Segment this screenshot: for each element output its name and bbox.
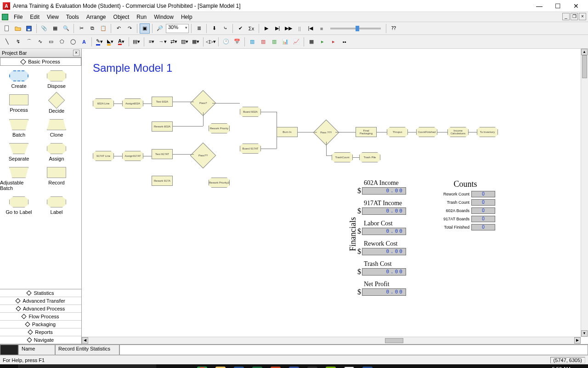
start-button[interactable]: [0, 364, 18, 368]
panel-heading-basic-process[interactable]: Basic Process: [0, 58, 81, 66]
excel-icon[interactable]: X: [248, 364, 266, 368]
connect-button[interactable]: ⤷: [220, 23, 230, 34]
minimize-button[interactable]: —: [530, 0, 548, 12]
block-thruput[interactable]: Thruput: [387, 127, 408, 137]
fill-color-button[interactable]: ◣▾: [105, 37, 115, 47]
animate4-button[interactable]: ▪▪: [339, 37, 350, 47]
block-burn-in[interactable]: Burn In: [277, 127, 298, 137]
chart3-button[interactable]: ▥: [269, 37, 279, 47]
spreadsheet-view[interactable]: Name Record Entity Statistics: [0, 344, 588, 355]
pattern-button[interactable]: ▨▾: [180, 37, 190, 47]
block-board917at[interactable]: Board 917AT: [240, 144, 261, 154]
horizontal-scrollbar[interactable]: ◀ ▶: [82, 337, 581, 344]
section-navigate[interactable]: Navigate: [0, 336, 81, 344]
block-pass2[interactable]: Pass??: [190, 143, 216, 169]
speed-slider[interactable]: [330, 28, 381, 29]
attach-button[interactable]: 📎: [39, 23, 49, 34]
rect-tool[interactable]: ▭: [46, 37, 56, 47]
task-view-icon[interactable]: ⊞: [175, 364, 193, 368]
menu-file[interactable]: File: [10, 13, 26, 21]
explorer-icon[interactable]: 📁: [211, 364, 230, 368]
hatch-button[interactable]: ▦▾: [191, 37, 201, 47]
block-test917at[interactable]: Test 917AT: [152, 149, 173, 159]
start-over-button[interactable]: |◀: [305, 23, 316, 34]
col-name[interactable]: Name: [18, 345, 55, 355]
context-help-button[interactable]: ⁇: [389, 23, 399, 34]
bezier-tool[interactable]: ∿: [35, 37, 45, 47]
chrome-icon[interactable]: [193, 364, 211, 368]
polygon-tool[interactable]: ⬠: [57, 37, 67, 47]
section-advanced-process[interactable]: Advanced Process: [0, 305, 81, 313]
block-final-packaging[interactable]: Final Packaging: [356, 127, 377, 137]
module-label[interactable]: Label: [38, 196, 75, 215]
scroll-down-arrow[interactable]: ▼: [581, 330, 588, 337]
zoom-tool-button[interactable]: 🔎: [155, 23, 165, 34]
view-toggle-button[interactable]: ▣: [140, 23, 150, 34]
redo-button[interactable]: ↷: [124, 23, 135, 34]
chart4-button[interactable]: 📊: [280, 37, 290, 47]
block-countfinished[interactable]: CountFinished: [416, 127, 437, 137]
app-icon-1[interactable]: ⚙: [303, 364, 322, 368]
print-preview-button[interactable]: 🔍: [61, 23, 71, 34]
copy-button[interactable]: ⧉: [87, 23, 97, 34]
layers-button[interactable]: ≣: [194, 23, 204, 34]
block-rework917a[interactable]: Rework 917A: [152, 176, 173, 186]
module-process[interactable]: Process: [0, 94, 38, 114]
menu-edit[interactable]: Edit: [26, 13, 43, 21]
calendar-icon[interactable]: 📅: [232, 37, 242, 47]
project-bar-close[interactable]: ×: [73, 50, 79, 56]
module-adjustable-batch[interactable]: Adjustable Batch: [0, 167, 38, 191]
menu-window[interactable]: Window: [150, 13, 177, 21]
block-rework-priority[interactable]: Rework Priority: [209, 123, 230, 133]
polyline-tool[interactable]: ↯: [13, 37, 23, 47]
section-advanced-transfer[interactable]: Advanced Transfer: [0, 297, 81, 305]
block-board602a[interactable]: Board 602A: [240, 107, 261, 117]
text-color-button[interactable]: A▾: [116, 37, 126, 47]
section-flow-process[interactable]: Flow Process: [0, 313, 81, 321]
module-assign[interactable]: Assign: [38, 143, 75, 161]
app-icon-2[interactable]: ▮: [322, 364, 340, 368]
block-917at-line[interactable]: 917AT Line: [93, 151, 114, 161]
template-button[interactable]: ▦: [50, 23, 60, 34]
section-statistics[interactable]: Statistics: [0, 289, 81, 297]
section-reports[interactable]: Reports: [0, 328, 81, 336]
spreadsheet-corner[interactable]: [0, 345, 18, 355]
line-tool[interactable]: ╲: [2, 37, 12, 47]
model-canvas[interactable]: Sample Model 1 602A Line Assign602A Test…: [82, 49, 581, 337]
block-assign602a[interactable]: Assign602A: [122, 98, 143, 109]
clock-icon[interactable]: 🕐: [221, 37, 231, 47]
block-trash-pile[interactable]: Trash Pile: [359, 152, 380, 162]
scroll-left-arrow[interactable]: ◀: [82, 337, 88, 344]
module-record[interactable]: Record: [38, 167, 75, 191]
submodel-button[interactable]: ⬇: [209, 23, 219, 34]
dash-style-button[interactable]: ⇄▾: [169, 37, 179, 47]
menu-arrange[interactable]: Arrange: [83, 13, 110, 21]
taskbar-search[interactable]: ⌕ Type here to search: [18, 364, 156, 368]
animate3-button[interactable]: ▸: [328, 37, 339, 47]
expression-button[interactable]: Σx: [246, 23, 256, 34]
scroll-right-arrow[interactable]: ▶: [574, 337, 581, 344]
go-button[interactable]: ▶: [261, 23, 271, 34]
module-go-to-label[interactable]: Go to Label: [0, 196, 38, 215]
system-tray[interactable]: ˄ ☁ ⧈ 🔇 5:52 AM 4/9/2020 💬: [509, 366, 588, 368]
section-packaging[interactable]: Packaging: [0, 321, 81, 328]
col-record-stats[interactable]: Record Entity Statistics: [55, 345, 119, 355]
line-width-button[interactable]: ▤▾: [131, 37, 141, 47]
vscroll-thumb[interactable]: [582, 55, 587, 78]
maximize-button[interactable]: ☐: [548, 0, 567, 12]
menu-help[interactable]: Help: [177, 13, 196, 21]
mdi-close[interactable]: ×: [579, 13, 586, 20]
block-rework-priority2[interactable]: Rework Priority2: [209, 178, 230, 188]
block-income-calc[interactable]: Income Calculations: [447, 127, 469, 137]
line-color-button[interactable]: ✎▾: [94, 37, 104, 47]
module-separate[interactable]: Separate: [0, 143, 38, 161]
fastforward-button[interactable]: ▶▶: [283, 23, 294, 34]
block-trashcount[interactable]: TrashCount: [332, 152, 353, 162]
cortana-icon[interactable]: ◯: [156, 364, 175, 368]
zoom-combo[interactable]: 30%: [166, 24, 189, 33]
arrow-style-button[interactable]: →▾: [158, 37, 168, 47]
module-clone[interactable]: Clone: [38, 119, 75, 138]
taskbar-clock[interactable]: 5:52 AM 4/9/2020: [548, 366, 573, 368]
block-602a-line[interactable]: 602A Line: [93, 98, 114, 109]
text-tool[interactable]: A: [79, 37, 89, 47]
